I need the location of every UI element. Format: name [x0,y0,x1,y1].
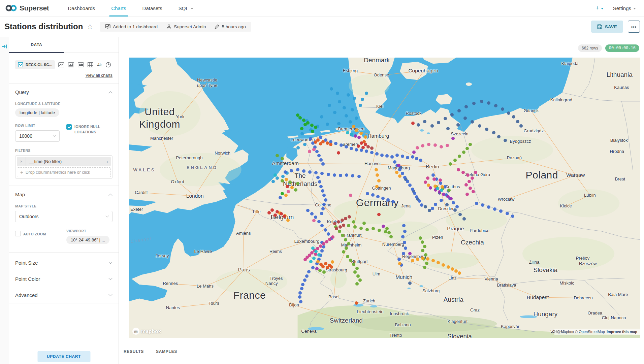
expand-panel-button[interactable] [2,44,7,49]
map-point [497,135,501,138]
map-point [326,141,329,145]
chevron-down-icon [106,214,109,217]
map-point [281,179,284,183]
map-point [412,151,416,154]
map-point [465,147,469,150]
superset-logo[interactable]: Superset [5,4,49,12]
nav-item-sql[interactable]: SQL [170,0,201,16]
nav-item-dashboards[interactable]: Dashboards [60,0,103,16]
point-size-section[interactable]: Point Size [15,255,112,271]
map-point [298,291,302,295]
map-point [316,260,320,263]
map-point [335,227,338,230]
line-chart-icon[interactable] [58,62,64,67]
nav-item-datasets[interactable]: Datasets [134,0,170,16]
chevron-down-icon [108,292,112,296]
map-section-title: Map [15,192,25,197]
map-point [315,267,319,270]
pencil-icon [215,24,219,29]
table-icon[interactable] [88,62,93,67]
map-point [330,87,333,91]
map-point [320,172,324,175]
auto-zoom-checkbox[interactable] [15,231,21,236]
map-point [346,255,349,258]
viz-4k-shortcut[interactable]: 4k [97,62,102,67]
map-style-select[interactable]: Outdoors [15,211,112,222]
map-point [397,164,400,167]
tab-spacer [64,37,119,53]
map-point [353,225,357,229]
last-modified-badge[interactable]: 5 hours ago [215,24,246,29]
lonlat-value-chip[interactable]: longitude | latitude [15,108,59,117]
more-options-button[interactable]: ••• [628,21,640,33]
map-point [421,249,424,252]
chevron-down-icon [633,8,636,11]
map-point [372,227,375,230]
new-item-button[interactable]: + [596,4,604,12]
tab-data[interactable]: DATA [9,37,64,53]
owner-badge[interactable]: Superset Admin [166,24,206,29]
map-point [276,176,279,180]
map-point [451,267,454,271]
ignore-null-checkbox[interactable] [66,124,72,130]
query-section-header[interactable]: Query [15,84,112,95]
map-point [314,216,317,219]
map-point [319,185,323,188]
map-point [308,150,311,153]
view-all-charts-link[interactable]: View all charts [15,73,112,78]
map-point [325,240,328,243]
map-point [336,92,339,95]
datasource-gutter [0,37,9,364]
map-point [411,188,414,191]
map-point [420,203,423,207]
map-point [365,228,369,231]
map-point [319,263,323,266]
bar-chart-icon[interactable] [68,62,74,67]
map-point [337,220,340,224]
pie-chart-icon[interactable] [105,62,111,68]
map-point [317,154,321,157]
map-point [411,122,415,125]
mapbox-logo[interactable]: m mapbox [132,328,161,335]
map-point [370,146,374,150]
filter-chip-time[interactable]: × __time (No filter) › [17,157,111,166]
update-chart-button[interactable]: UPDATE CHART [37,351,90,362]
point-size-title: Point Size [15,260,38,266]
dashboard-badge[interactable]: Added to 1 dashboard [105,24,158,29]
improve-map-link[interactable]: Improve this map [607,330,637,334]
remove-filter-icon[interactable]: × [17,157,26,166]
map-point [358,278,362,282]
map-point [366,145,370,148]
map-point [446,144,449,147]
map-point [364,135,367,139]
map-point [361,98,364,101]
map-point [317,253,321,257]
map-section-header[interactable]: Map [15,186,112,197]
map-point [314,171,318,174]
point-color-section[interactable]: Point Color [15,271,112,287]
map-point [475,202,478,205]
map-point [384,230,387,233]
viz-type-chip[interactable]: DECK.GL SC... [15,60,55,69]
tab-results[interactable]: RESULTS [124,349,144,354]
attribution-text[interactable]: © Mapbox © OpenStreetMap [557,330,605,334]
save-button[interactable]: SAVE [591,21,623,33]
viewport-value-chip[interactable]: 10° 24' 49.86" | ... [66,236,109,244]
user-icon [166,24,171,29]
nav-item-charts[interactable]: Charts [103,0,134,16]
map-point [453,159,457,162]
deckgl-scatter-map[interactable]: United KingdomFranceGermanyPolandDenmark… [129,58,640,338]
map-point [303,143,307,146]
settings-menu[interactable]: Settings [613,5,636,11]
advanced-section[interactable]: Advanced [15,287,112,303]
map-point [447,265,450,269]
tab-samples[interactable]: SAMPLES [156,349,177,354]
filter-drop-zone[interactable]: + Drop columns/metrics here or click [17,167,111,177]
row-limit-select[interactable]: 10000 [15,130,60,142]
map-point [377,213,381,216]
map-point [300,132,304,135]
map-point [324,198,327,202]
map-point [403,230,407,233]
favorite-star-icon[interactable]: ☆ [87,23,93,31]
area-chart-icon[interactable] [78,62,84,67]
